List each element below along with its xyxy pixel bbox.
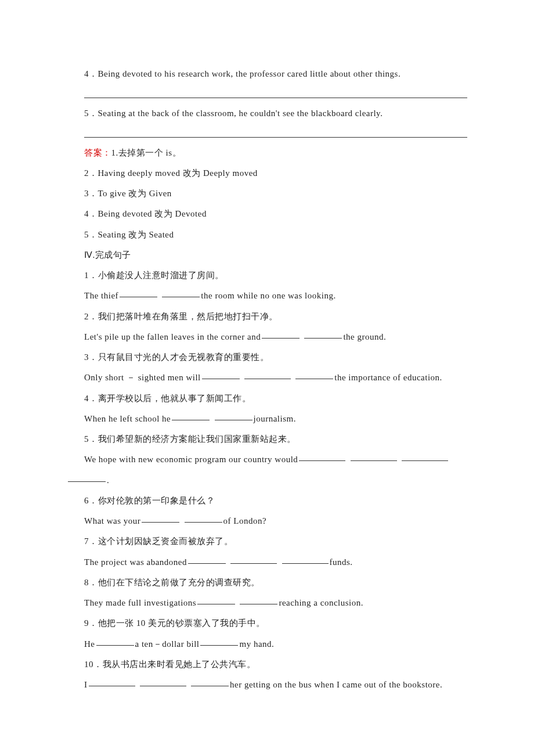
s3-en-a: Only short － sighted men will: [84, 373, 201, 382]
fill-blank: [230, 555, 277, 564]
sentence-10-en: I her getting on the bus when I came out…: [67, 675, 467, 695]
sentence-3-zh: 3．只有鼠目寸光的人才会无视教育的重要性。: [67, 347, 467, 368]
fill-blank: [120, 288, 157, 297]
sentence-10-zh: 10．我从书店出来时看见她上了公共汽车。: [67, 654, 467, 675]
s8-en-b: reaching a conclusion.: [279, 598, 363, 607]
s5-en-b: .: [107, 476, 109, 485]
fill-blank: [202, 370, 240, 379]
s1-en-b: the room while no one was looking.: [201, 291, 335, 300]
s6-en-b: of London?: [223, 516, 267, 525]
s7-en-a: The project was abandoned: [84, 557, 187, 567]
fill-blank: [200, 636, 238, 646]
fill-blank: [304, 329, 342, 339]
answer-line-1: 答案：1.去掉第一个 is。: [67, 143, 467, 163]
s10-en-a: I: [84, 680, 88, 689]
fill-blank: [162, 288, 200, 297]
answer-3: 3．To give 改为 Given: [67, 183, 467, 204]
fill-blank: [215, 411, 252, 420]
fill-blank: [191, 677, 229, 686]
s5-en-a: We hope with new economic program our co…: [84, 455, 298, 464]
s9-en-b: a ten－dollar bill: [135, 639, 200, 649]
sentence-2-en: Let's pile up the fallen leaves in the c…: [67, 327, 467, 347]
fill-blank: [89, 677, 135, 686]
s6-en-a: What was your: [84, 516, 140, 525]
fill-blank: [140, 677, 186, 686]
question-4: 4．Being devoted to his research work, th…: [67, 64, 467, 84]
sentence-4-zh: 4．离开学校以后，他就从事了新闻工作。: [67, 388, 467, 409]
s4-en-a: When he left school he: [84, 414, 171, 423]
sentence-1-en: The thief the room while no one was look…: [67, 286, 467, 306]
s3-en-b: the importance of education.: [334, 373, 442, 382]
blank-line-q5: [84, 124, 467, 138]
section-4-heading: Ⅳ.完成句子: [67, 245, 467, 265]
s7-en-b: funds.: [330, 557, 353, 567]
fill-blank: [188, 555, 226, 564]
fill-blank: [282, 555, 329, 564]
sentence-8-en: They made full investigations reaching a…: [67, 593, 467, 613]
s8-en-a: They made full investigations: [84, 598, 196, 607]
answer-label: 答案：: [84, 148, 111, 157]
sentence-9-en: Hea ten－dollar billmy hand.: [67, 634, 467, 654]
sentence-5-zh: 5．我们希望新的经济方案能让我们国家重新站起来。: [67, 429, 467, 449]
fill-blank: [299, 452, 345, 461]
answer-1-text: 1.去掉第一个 is。: [111, 148, 182, 157]
fill-blank: [351, 452, 397, 461]
s2-en-b: the ground.: [343, 332, 386, 341]
s4-en-b: journalism.: [254, 414, 296, 423]
fill-blank: [142, 513, 179, 523]
s2-en-a: Let's pile up the fallen leaves in the c…: [84, 332, 261, 341]
s9-en-c: my hand.: [239, 639, 274, 649]
fill-blank: [262, 329, 300, 339]
sentence-1-zh: 1．小偷趁没人注意时溜进了房间。: [67, 265, 467, 286]
fill-blank: [96, 636, 134, 646]
answer-5: 5．Seating 改为 Seated: [67, 225, 467, 245]
s9-en-a: He: [84, 639, 95, 649]
sentence-3-en: Only short － sighted men will the import…: [67, 368, 467, 388]
answer-4: 4．Being devoted 改为 Devoted: [67, 204, 467, 224]
fill-blank: [172, 411, 210, 420]
question-5: 5．Seating at the back of the classroom, …: [67, 103, 467, 124]
sentence-7-zh: 7．这个计划因缺乏资金而被放弃了。: [67, 531, 467, 552]
sentence-7-en: The project was abandoned funds.: [67, 552, 467, 573]
sentence-6-zh: 6．你对伦敦的第一印象是什么？: [67, 491, 467, 511]
fill-blank: [240, 595, 277, 604]
sentence-9-zh: 9．他把一张 10 美元的钞票塞入了我的手中。: [67, 613, 467, 633]
fill-blank: [68, 473, 106, 482]
sentence-5-en-cont: .: [67, 470, 467, 491]
sentence-8-zh: 8．他们在下结论之前做了充分的调查研究。: [67, 573, 467, 593]
fill-blank: [185, 513, 222, 523]
fill-blank: [402, 452, 448, 461]
blank-line-q4: [84, 84, 467, 98]
sentence-5-en: We hope with new economic program our co…: [67, 449, 467, 470]
fill-blank: [244, 370, 291, 379]
fill-blank: [197, 595, 235, 604]
sentence-6-en: What was your of London?: [67, 511, 467, 531]
answer-2: 2．Having deeply moved 改为 Deeply moved: [67, 163, 467, 183]
sentence-2-zh: 2．我们把落叶堆在角落里，然后把地打扫干净。: [67, 307, 467, 327]
sentence-4-en: When he left school he journalism.: [67, 409, 467, 429]
s10-en-b: her getting on the bus when I came out o…: [230, 680, 442, 689]
s1-en-a: The thief: [84, 291, 118, 300]
fill-blank: [295, 370, 333, 379]
